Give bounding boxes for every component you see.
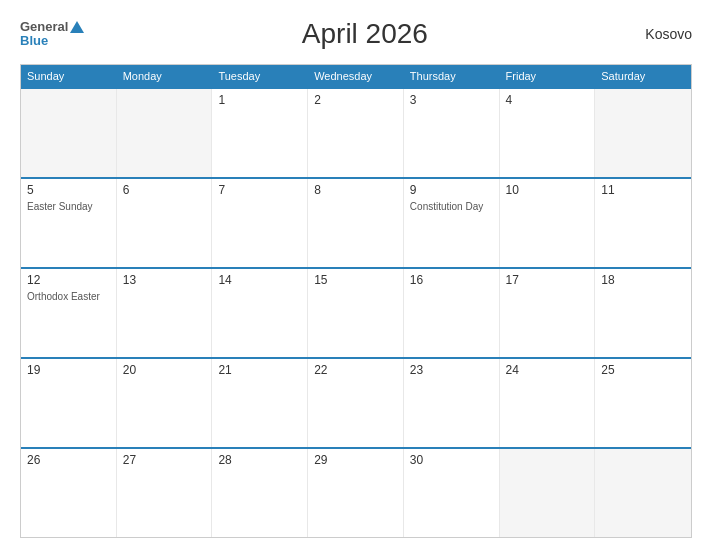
calendar-title: April 2026 <box>84 18 645 50</box>
day-number: 4 <box>506 93 589 107</box>
day-cell: 2 <box>308 89 404 177</box>
day-number: 13 <box>123 273 206 287</box>
day-number: 3 <box>410 93 493 107</box>
day-number: 27 <box>123 453 206 467</box>
day-number: 16 <box>410 273 493 287</box>
day-cell: 19 <box>21 359 117 447</box>
day-cell: 17 <box>500 269 596 357</box>
week-row-4: 19202122232425 <box>21 357 691 447</box>
calendar: SundayMondayTuesdayWednesdayThursdayFrid… <box>20 64 692 538</box>
day-number: 26 <box>27 453 110 467</box>
day-cell: 24 <box>500 359 596 447</box>
day-cell: 25 <box>595 359 691 447</box>
day-number: 12 <box>27 273 110 287</box>
day-cell <box>595 449 691 537</box>
day-number: 22 <box>314 363 397 377</box>
day-cell: 28 <box>212 449 308 537</box>
week-row-2: 5Easter Sunday6789Constitution Day1011 <box>21 177 691 267</box>
day-number: 21 <box>218 363 301 377</box>
day-number: 1 <box>218 93 301 107</box>
day-header-wednesday: Wednesday <box>308 65 404 87</box>
header: General Blue April 2026 Kosovo <box>20 18 692 50</box>
day-cell: 23 <box>404 359 500 447</box>
week-row-1: 1234 <box>21 87 691 177</box>
weeks-container: 12345Easter Sunday6789Constitution Day10… <box>21 87 691 537</box>
day-cell <box>117 89 213 177</box>
day-cell: 13 <box>117 269 213 357</box>
day-cell: 14 <box>212 269 308 357</box>
day-number: 20 <box>123 363 206 377</box>
day-number: 11 <box>601 183 685 197</box>
page: General Blue April 2026 Kosovo SundayMon… <box>0 0 712 550</box>
day-headers-row: SundayMondayTuesdayWednesdayThursdayFrid… <box>21 65 691 87</box>
day-number: 14 <box>218 273 301 287</box>
day-header-monday: Monday <box>117 65 213 87</box>
day-cell: 3 <box>404 89 500 177</box>
day-cell: 18 <box>595 269 691 357</box>
day-header-tuesday: Tuesday <box>212 65 308 87</box>
day-number: 8 <box>314 183 397 197</box>
day-event: Orthodox Easter <box>27 291 110 303</box>
day-number: 2 <box>314 93 397 107</box>
day-cell: 6 <box>117 179 213 267</box>
day-number: 30 <box>410 453 493 467</box>
day-cell: 27 <box>117 449 213 537</box>
day-header-saturday: Saturday <box>595 65 691 87</box>
day-cell <box>500 449 596 537</box>
day-cell: 8 <box>308 179 404 267</box>
day-cell: 10 <box>500 179 596 267</box>
day-number: 15 <box>314 273 397 287</box>
day-cell: 1 <box>212 89 308 177</box>
day-cell: 22 <box>308 359 404 447</box>
day-header-friday: Friday <box>500 65 596 87</box>
day-cell <box>595 89 691 177</box>
day-cell: 12Orthodox Easter <box>21 269 117 357</box>
day-event: Constitution Day <box>410 201 493 213</box>
day-cell <box>21 89 117 177</box>
day-cell: 4 <box>500 89 596 177</box>
day-header-thursday: Thursday <box>404 65 500 87</box>
day-cell: 7 <box>212 179 308 267</box>
day-cell: 9Constitution Day <box>404 179 500 267</box>
day-number: 29 <box>314 453 397 467</box>
day-cell: 15 <box>308 269 404 357</box>
day-number: 24 <box>506 363 589 377</box>
day-cell: 16 <box>404 269 500 357</box>
logo-blue-text: Blue <box>20 34 48 48</box>
day-number: 19 <box>27 363 110 377</box>
day-cell: 26 <box>21 449 117 537</box>
day-number: 23 <box>410 363 493 377</box>
day-number: 18 <box>601 273 685 287</box>
day-cell: 5Easter Sunday <box>21 179 117 267</box>
day-number: 28 <box>218 453 301 467</box>
week-row-3: 12Orthodox Easter131415161718 <box>21 267 691 357</box>
day-number: 6 <box>123 183 206 197</box>
day-number: 10 <box>506 183 589 197</box>
logo-general-text: General <box>20 19 68 34</box>
country-label: Kosovo <box>645 26 692 42</box>
day-number: 25 <box>601 363 685 377</box>
day-number: 17 <box>506 273 589 287</box>
day-cell: 21 <box>212 359 308 447</box>
day-cell: 30 <box>404 449 500 537</box>
day-cell: 11 <box>595 179 691 267</box>
week-row-5: 2627282930 <box>21 447 691 537</box>
day-cell: 29 <box>308 449 404 537</box>
day-event: Easter Sunday <box>27 201 110 213</box>
day-number: 9 <box>410 183 493 197</box>
day-number: 5 <box>27 183 110 197</box>
day-number: 7 <box>218 183 301 197</box>
logo-triangle-icon <box>70 21 84 33</box>
day-header-sunday: Sunday <box>21 65 117 87</box>
day-cell: 20 <box>117 359 213 447</box>
logo: General Blue <box>20 19 84 48</box>
